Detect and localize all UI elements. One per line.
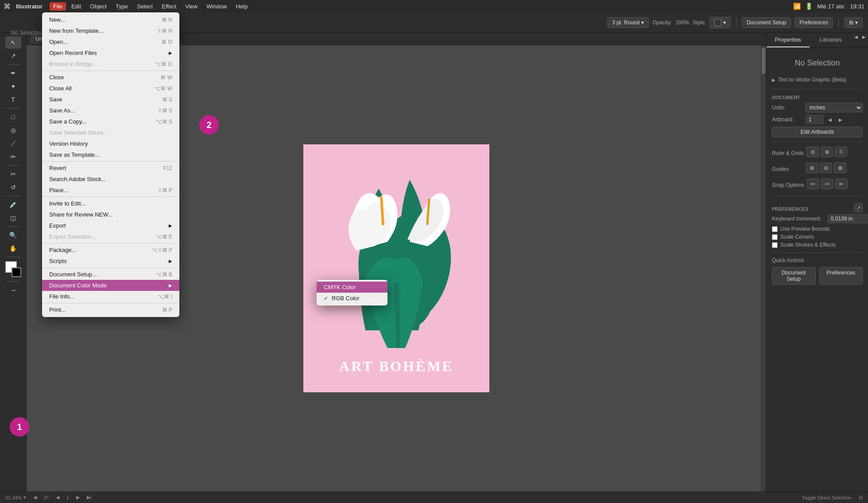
menu-export-label: Export [49,222,66,229]
tab-properties[interactable]: Properties [767,33,810,47]
canvas-vscroll[interactable] [761,45,766,491]
scale-corners-checkbox[interactable] [772,234,778,240]
menubar-object[interactable]: Object [86,2,110,11]
menu-new-template[interactable]: New from Template... ⇧⌘ N [42,25,179,36]
apple-icon[interactable]: ⌘ [4,2,11,11]
tool-zoom[interactable]: 🔍 [5,229,21,241]
menu-close[interactable]: Close ⌘ W [42,72,179,83]
style-selector[interactable]: ▾ [709,17,731,28]
tool-pen[interactable]: ✒ [5,67,21,79]
snap-icon-1[interactable]: ↦ [807,178,819,189]
stroke-selector[interactable]: 3 pt. Round ▾ [607,17,649,28]
menu-file-info[interactable]: File Info... ⌥⌘ I [42,291,179,302]
guide-icon-3[interactable]: ⊠ [834,163,846,173]
artboard-input[interactable] [806,115,823,124]
preferences-expand[interactable]: ↗ [854,203,863,212]
units-select[interactable]: Inches [806,103,863,112]
edit-artboards-btn[interactable]: Edit Artboards [772,127,863,137]
tool-sep4 [6,196,20,196]
preferences-btn[interactable]: Preferences [794,17,833,28]
menu-share-review[interactable]: Share for Review NEW... [42,209,179,220]
doc-setup-quick-btn[interactable]: Document Setup [772,267,816,285]
tool-line[interactable]: ／ [5,137,21,150]
tool-scissors[interactable]: ✂ [5,168,21,180]
tool-hand[interactable]: ✋ [5,242,21,255]
snap-icon-2[interactable]: ↤ [821,178,833,189]
menu-open[interactable]: Open... ⌘ O [42,36,179,47]
menu-search-stock[interactable]: Search Adobe Stock... [42,174,179,185]
menubar-effect[interactable]: Effect [158,2,180,11]
scale-strokes-checkbox[interactable] [772,242,778,248]
align-btn[interactable]: ⊞ ▾ [844,17,863,28]
zoom-stepper-down[interactable]: ◀ [33,495,37,500]
menu-package[interactable]: Package... ⌥⇧⌘ P [42,244,179,255]
stroke-color[interactable] [12,267,21,277]
menubar-edit[interactable]: Edit [68,2,85,11]
menu-export[interactable]: Export [42,220,179,231]
tool-direct-selection[interactable]: ↗ [5,50,21,62]
tool-paintbrush[interactable]: ✏ [5,151,21,163]
text-to-vector-row[interactable]: ▶ Text to Vector Graphic (Beta) [772,75,863,85]
menu-version-history[interactable]: Version History [42,138,179,149]
preferences-quick-btn[interactable]: Preferences [819,267,863,285]
guide-icon-2[interactable]: ⊟ [820,163,832,173]
canvas-expand-icon[interactable]: ⊟ [859,495,863,500]
submenu-rgb[interactable]: ✓ RGB Color [317,293,388,304]
menu-invite-edit[interactable]: Invite to Edit... [42,198,179,209]
guide-icon-1[interactable]: ⊞ [806,163,818,173]
menu-place[interactable]: Place... ⇧⌘ P [42,185,179,196]
snap-icon-3[interactable]: ⇤ [835,178,848,189]
tool-type[interactable]: T [5,93,21,106]
artboard-prev[interactable]: ◀ [826,116,834,124]
menubar-type[interactable]: Type [112,2,132,11]
file-menu[interactable]: New... ⌘ N New from Template... ⇧⌘ N Ope… [42,12,179,317]
menu-invite-edit-label: Invite to Edit... [49,200,85,207]
keyboard-increment-input[interactable] [828,214,868,223]
artboard-nav-next[interactable]: ▶ [76,495,80,500]
dots-icon-btn[interactable]: ⠿ [835,147,847,157]
menu-save-as[interactable]: Save As... ⇧⌘ S [42,105,179,116]
tool-selection[interactable]: ↖ [5,36,21,49]
tool-sep3 [6,165,20,166]
use-preview-bounds-checkbox[interactable] [772,226,778,232]
artboard-nav-last[interactable]: ▶| [87,495,92,500]
menubar-help[interactable]: Help [232,2,251,11]
panel-scroll-right[interactable]: ▶ [860,33,868,41]
menu-close-all[interactable]: Close All ⌥⌘ W [42,83,179,94]
tool-gradient[interactable]: ◫ [5,212,21,224]
menubar-window[interactable]: Window [203,2,230,11]
menu-save-copy[interactable]: Save a Copy... ⌥⌘ S [42,116,179,127]
submenu-cmyk[interactable]: CMYK Color [317,282,388,293]
tool-more[interactable]: ··· [5,284,21,296]
grid-icon-btn[interactable]: ⊞ [821,147,833,157]
menu-revert[interactable]: Revert F12 [42,163,179,174]
tool-ellipse[interactable]: ◎ [5,124,21,136]
menubar-view[interactable]: View [182,2,201,11]
tool-curvature[interactable]: ✦ [5,80,21,93]
tool-eyedropper[interactable]: 💉 [5,198,21,211]
ruler-icon-btn[interactable]: ⊟ [806,147,819,157]
document-setup-btn[interactable]: Document Setup [742,17,791,28]
menu-scripts[interactable]: Scripts [42,255,179,267]
menubar-file[interactable]: File [50,2,66,11]
units-row: Units: Inches [772,103,863,112]
panel-scroll-left[interactable]: ◀ [852,33,860,41]
menu-document-color-mode[interactable]: Document Color Mode [42,280,179,291]
tool-shape[interactable]: □ [5,111,21,123]
menu-save-template[interactable]: Save as Template... [42,149,179,160]
tab-libraries[interactable]: Libraries [810,33,852,47]
artboard-nav-prev[interactable]: ◀ [56,495,59,500]
menu-new[interactable]: New... ⌘ N [42,14,179,25]
canvas-vscroll-thumb[interactable] [762,47,765,74]
menu-save[interactable]: Save ⌘ S [42,94,179,105]
artboard-next[interactable]: ▶ [837,116,845,124]
menubar-clock: 19:31 [850,3,864,10]
tool-rotate[interactable]: ↺ [5,181,21,193]
menu-open-recent[interactable]: Open Recent Files [42,47,179,58]
right-panel: Properties Libraries ◀ ▶ No Selection ▶ … [766,33,868,491]
menu-document-setup[interactable]: Document Setup... ⌥⌘ B [42,269,179,280]
artwork-card[interactable]: ART BOHÈME [303,144,489,392]
menubar-select[interactable]: Select [133,2,156,11]
menu-print[interactable]: Print... ⌘ P [42,304,179,315]
menu-close-all-shortcut: ⌥⌘ W [154,85,172,92]
